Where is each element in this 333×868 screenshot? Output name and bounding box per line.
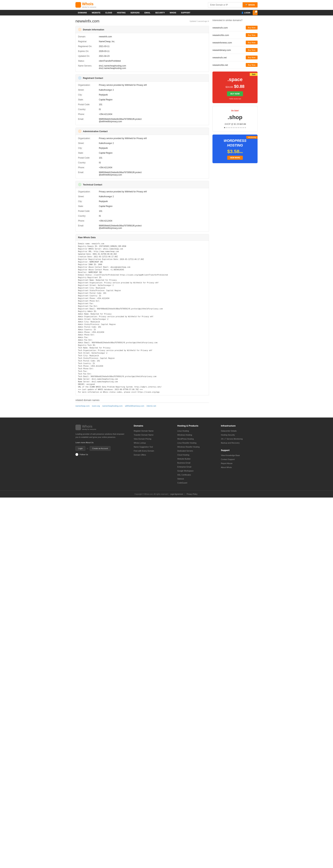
related-link[interactable]: withheldforprivacy.com bbox=[125, 405, 144, 407]
footer-link[interactable]: Datacenter Details bbox=[221, 430, 237, 432]
footer-link[interactable]: Cloud Hosting bbox=[177, 454, 189, 456]
panel-title: Raw Whois Data bbox=[78, 236, 96, 239]
buy-now-button[interactable]: Buy Now bbox=[246, 26, 258, 30]
info-value: +354.4212434 bbox=[99, 220, 206, 222]
footer-link[interactable]: Report Abuse bbox=[221, 462, 233, 464]
info-label: Street: bbox=[78, 195, 99, 198]
footer-link[interactable]: Google Workspace bbox=[177, 470, 193, 472]
info-value: 101 bbox=[99, 210, 206, 212]
nav-item[interactable]: SUPPORT bbox=[179, 10, 193, 16]
buy-now-button[interactable]: Buy Now bbox=[246, 48, 258, 52]
footer-link[interactable]: Enterprise Email bbox=[177, 466, 191, 468]
footer-link[interactable]: Contact Support bbox=[221, 458, 235, 460]
info-label: Phone: bbox=[78, 220, 99, 222]
similar-row: newwincfds.comBuy Now bbox=[212, 31, 258, 39]
search-input[interactable] bbox=[208, 2, 243, 7]
footer-link[interactable]: Free with Every Domain bbox=[134, 450, 154, 452]
whois-search-button[interactable]: 🔍 WHOIS bbox=[243, 2, 258, 7]
raw-whois-text: Domain name: newwinfx.com Registry Domai… bbox=[76, 241, 209, 395]
footer-link[interactable]: Business Email bbox=[177, 462, 190, 464]
view-more-button[interactable]: VIEW MORE bbox=[227, 156, 243, 160]
buy-now-button[interactable]: Buy Now bbox=[246, 63, 258, 67]
nav-item[interactable]: SERVERS bbox=[128, 10, 142, 16]
footer-link[interactable]: 24 x 7 Servers Monitoring bbox=[221, 438, 243, 440]
cart-button[interactable]: 🛒0 bbox=[253, 10, 258, 15]
nav-item[interactable]: WEBSITE bbox=[89, 10, 103, 16]
footer-login-button[interactable]: Login bbox=[75, 446, 85, 451]
info-label: Postal Code: bbox=[78, 210, 99, 212]
footer-link[interactable]: Transfer Domain Name bbox=[134, 434, 154, 436]
twitter-icon[interactable] bbox=[75, 453, 78, 456]
footer-link[interactable]: WordPress Hosting bbox=[177, 438, 194, 440]
buy-now-button[interactable]: BUY NOW bbox=[227, 91, 243, 96]
footer-link[interactable]: Register Domain Name bbox=[134, 430, 154, 432]
footer-link[interactable]: Backup and Recovery bbox=[221, 442, 240, 444]
info-label: Country: bbox=[78, 215, 99, 217]
similar-domain: newwincfds.net bbox=[212, 64, 228, 66]
privacy-link[interactable]: Privacy Policy bbox=[187, 493, 197, 495]
related-link[interactable]: namecheap.com bbox=[75, 405, 90, 407]
footer-link[interactable]: View Domain Pricing bbox=[134, 438, 151, 440]
legal-link[interactable]: Legal Agreement bbox=[170, 493, 183, 495]
related-link[interactable]: internic.net bbox=[146, 405, 156, 407]
carousel-dots[interactable] bbox=[216, 127, 254, 128]
footer-create-account-button[interactable]: Create an Account bbox=[90, 446, 111, 451]
registrant-panel: Registrant Contact Organization:Privacy … bbox=[75, 74, 209, 125]
logo[interactable]: Whois Identity for everyone bbox=[75, 2, 96, 8]
info-row: State:Capital Region bbox=[78, 151, 206, 155]
footer-link[interactable]: Sitelock bbox=[177, 478, 184, 480]
footer-link[interactable]: Dedicated Servers bbox=[177, 450, 193, 452]
footer-link[interactable]: About Whois bbox=[221, 466, 232, 468]
buy-now-button[interactable]: Buy Now bbox=[246, 56, 258, 59]
nav-item[interactable]: SECURITY bbox=[153, 10, 167, 16]
footer-link[interactable]: Windows Reseller Hosting bbox=[177, 446, 199, 448]
footer-link[interactable]: Name Suggestion Tool bbox=[134, 446, 153, 448]
similar-domain: newwinfxnews.com bbox=[212, 41, 232, 44]
similar-domain: newwinbinary.com bbox=[212, 49, 231, 51]
footer-link[interactable]: SSL Certificates bbox=[177, 474, 191, 476]
footer-logo[interactable]: Whois Identity for everyone bbox=[75, 425, 127, 430]
info-row: Postal Code:101 bbox=[78, 209, 206, 214]
login-link[interactable]: 👤 LOGIN bbox=[241, 12, 250, 14]
info-label: Email: bbox=[78, 171, 99, 176]
nav-item[interactable]: DOMAINS bbox=[75, 10, 89, 16]
related-link[interactable]: icann.org bbox=[92, 405, 100, 407]
footer-link[interactable]: Whois Lookup bbox=[134, 442, 146, 444]
info-label: Postal Code: bbox=[78, 157, 99, 159]
person-icon bbox=[78, 129, 81, 133]
related-link[interactable]: namecheaphosting.com bbox=[102, 405, 123, 407]
info-row: Name Servers:dns1.namecheaphosting.com d… bbox=[78, 63, 206, 71]
updated-time[interactable]: Updated 1 second ago ⟳ bbox=[190, 20, 209, 22]
info-row: State:Capital Region bbox=[78, 204, 206, 209]
footer-link[interactable]: CodeGuard bbox=[177, 482, 187, 484]
footer-link[interactable]: Windows Hosting bbox=[177, 434, 192, 436]
logo-icon bbox=[75, 2, 81, 8]
info-value: 968f008eb8154ebe9c08ba76709561f6.protect… bbox=[99, 118, 206, 123]
info-label: State: bbox=[78, 152, 99, 154]
learn-more-link[interactable]: Learn more About Us bbox=[75, 441, 94, 443]
footer-link[interactable]: View Knowledge Base bbox=[221, 454, 240, 456]
similar-domain: newwinsfx.com bbox=[212, 26, 228, 29]
footer-link[interactable]: Hosting Security bbox=[221, 434, 235, 436]
intro-tag: Introducing bbox=[246, 136, 258, 139]
footer-link[interactable]: Website Builder bbox=[177, 458, 191, 460]
footer-link[interactable]: Linux Hosting bbox=[177, 430, 189, 432]
footer-link[interactable]: Linux Reseller Hosting bbox=[177, 442, 196, 444]
info-value: newwinfx.com bbox=[99, 35, 206, 38]
info-value: Privacy service provided by Withheld for… bbox=[99, 137, 206, 140]
info-label: Domain: bbox=[78, 35, 99, 38]
sale-tag: Sale bbox=[250, 73, 258, 76]
info-row: Status:clientTransferProhibited bbox=[78, 59, 206, 63]
info-value: 2026-03-11 bbox=[99, 50, 206, 53]
buy-now-button[interactable]: Buy Now bbox=[246, 33, 258, 37]
footer-link[interactable]: Domain Offers bbox=[134, 454, 146, 456]
info-row: Expires On:2026-03-11 bbox=[78, 49, 206, 54]
nav-item[interactable]: WHOIS bbox=[167, 10, 179, 16]
buy-now-button[interactable]: Buy Now bbox=[246, 41, 258, 44]
nav-item[interactable]: HOSTING bbox=[114, 10, 128, 16]
nav-item[interactable]: CLOUD bbox=[103, 10, 114, 16]
nav-item[interactable]: EMAIL bbox=[142, 10, 153, 16]
info-row: Email:968f008eb8154ebe9c08ba76709561f6.p… bbox=[78, 170, 206, 177]
panel-title: Registrant Contact bbox=[83, 77, 103, 79]
info-row: Registrar:NameCheap, Inc. bbox=[78, 39, 206, 44]
